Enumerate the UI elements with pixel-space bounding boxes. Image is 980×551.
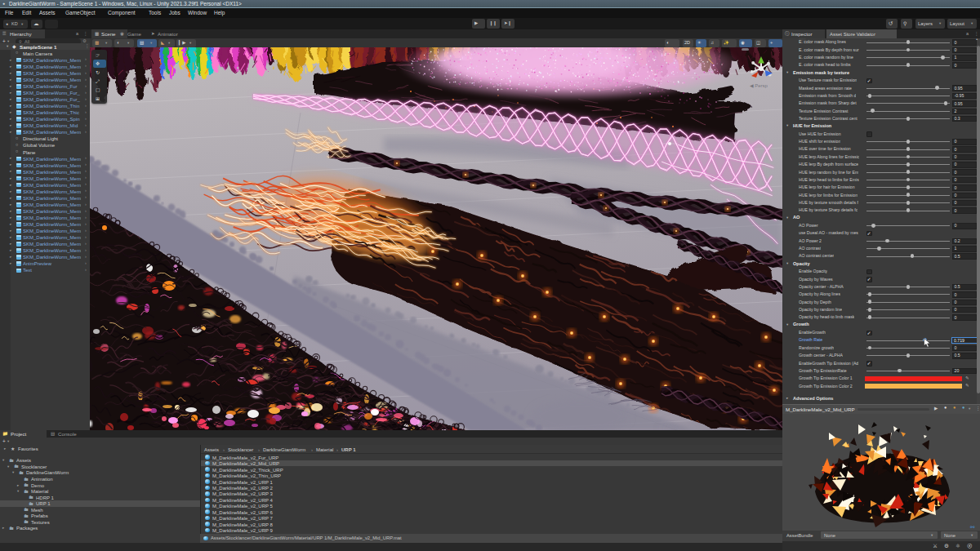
svg-text:◀ Persp: ◀ Persp <box>750 83 768 88</box>
